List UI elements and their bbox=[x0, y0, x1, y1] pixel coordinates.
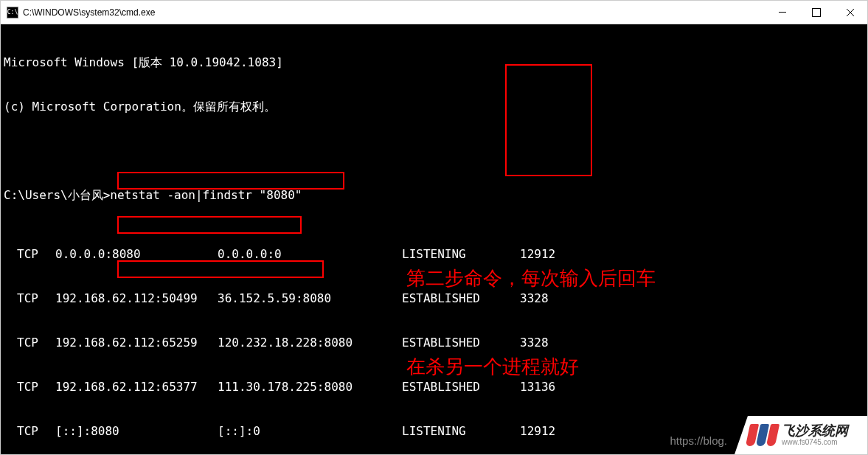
logo-subtitle: www.fs0745.com bbox=[782, 438, 848, 446]
close-icon bbox=[847, 9, 854, 16]
window-title: C:\WINDOWS\system32\cmd.exe bbox=[23, 7, 155, 18]
highlight-cmd3 bbox=[117, 216, 302, 234]
close-button[interactable] bbox=[833, 1, 867, 24]
watermark-url: https://blog. bbox=[670, 434, 727, 448]
minimize-button[interactable] bbox=[765, 1, 799, 24]
maximize-button[interactable] bbox=[799, 1, 833, 24]
cmd-window: C:\ C:\WINDOWS\system32\cmd.exe Microsof… bbox=[0, 0, 868, 455]
window-controls bbox=[765, 1, 867, 24]
titlebar[interactable]: C:\ C:\WINDOWS\system32\cmd.exe bbox=[1, 1, 867, 24]
watermark-logo: 飞沙系统网 www.fs0745.com bbox=[735, 416, 867, 454]
cmd-icon: C:\ bbox=[7, 7, 18, 18]
terminal-area[interactable]: Microsoft Windows [版本 10.0.19042.1083] (… bbox=[1, 24, 867, 454]
highlight-cmd2 bbox=[117, 172, 344, 190]
logo-flags-icon bbox=[748, 424, 777, 446]
header-line: (c) Microsoft Corporation。保留所有权利。 bbox=[4, 100, 864, 114]
header-line: Microsoft Windows [版本 10.0.19042.1083] bbox=[4, 55, 864, 70]
logo-title: 飞沙系统网 bbox=[782, 424, 848, 439]
highlight-cmd4 bbox=[117, 260, 324, 278]
highlight-pid-column bbox=[505, 64, 592, 176]
annotation-text: 第二步命令，每次输入后回车 在杀另一个进程就好 bbox=[406, 204, 656, 440]
blank-line bbox=[4, 144, 864, 159]
command-line: C:\Users\小台风>netstat -aon|findstr "8080" bbox=[4, 188, 864, 203]
